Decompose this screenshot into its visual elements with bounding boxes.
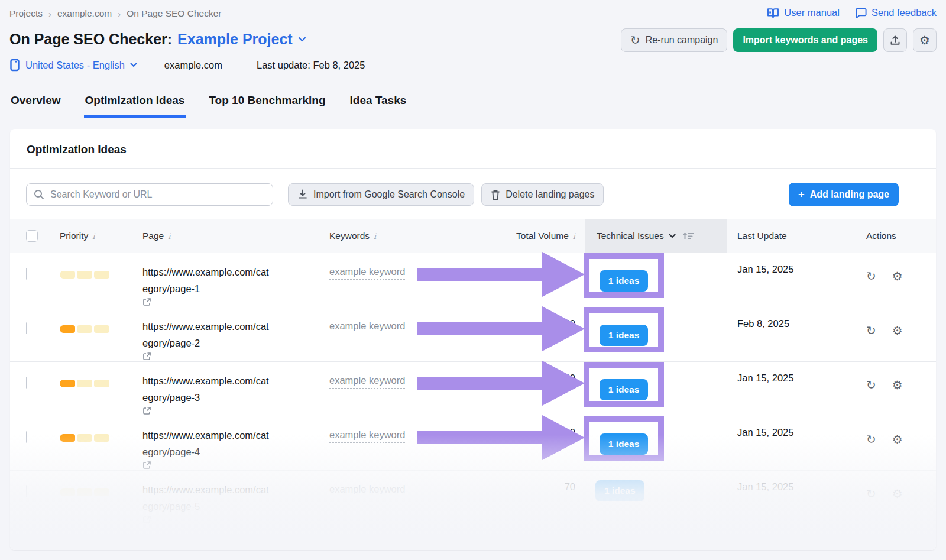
keyword-link[interactable]: example keyword	[329, 373, 405, 389]
refresh-icon[interactable]: ↻	[866, 373, 876, 391]
sort-order-icon[interactable]	[683, 232, 695, 240]
settings-button[interactable]: ⚙	[913, 28, 937, 52]
column-technical-issues[interactable]: Technical Issues	[585, 219, 727, 253]
ideas-button[interactable]: 1 ideas	[600, 270, 649, 292]
external-link-icon[interactable]	[142, 297, 315, 306]
delete-landing-pages-label: Delete landing pages	[506, 189, 594, 200]
search-icon	[34, 189, 44, 200]
gear-icon: ⚙	[919, 34, 930, 46]
column-total-volume[interactable]: Total Volumei	[478, 219, 585, 253]
row-checkbox[interactable]	[26, 322, 27, 334]
main-tabs: Overview Optimization Ideas Top 10 Bench…	[0, 89, 946, 118]
locale-selector[interactable]: United States - English	[9, 59, 137, 72]
keyword-link[interactable]: example keyword	[329, 318, 405, 334]
keyword-link[interactable]: example keyword	[329, 264, 405, 280]
gear-icon[interactable]: ⚙	[892, 427, 903, 445]
breadcrumb-separator: ›	[118, 9, 121, 19]
search-box[interactable]	[26, 183, 273, 206]
ideas-button[interactable]: 1 ideas	[600, 325, 649, 346]
table-row: https://www.example.com/category/page-2 …	[10, 307, 936, 361]
gear-icon[interactable]: ⚙	[892, 264, 903, 282]
gear-icon[interactable]: ⚙	[892, 318, 903, 336]
refresh-icon[interactable]: ↻	[866, 427, 876, 445]
tab-idea-tasks[interactable]: Idea Tasks	[349, 89, 408, 118]
row-checkbox[interactable]	[26, 268, 27, 280]
delete-landing-pages-button[interactable]: Delete landing pages	[481, 183, 604, 206]
user-manual-label: User manual	[784, 7, 840, 18]
breadcrumb-domain[interactable]: example.com	[57, 8, 112, 19]
chevron-down-icon[interactable]	[669, 234, 676, 238]
project-selector[interactable]: Example Project	[177, 31, 293, 48]
refresh-icon[interactable]: ↻	[866, 481, 876, 500]
import-gsc-button[interactable]: Import from Google Search Console	[288, 183, 474, 206]
breadcrumb-projects[interactable]: Projects	[9, 8, 43, 19]
ideas-button[interactable]: 1 ideas	[600, 433, 649, 455]
tab-overview[interactable]: Overview	[9, 89, 62, 118]
rerun-campaign-button[interactable]: ↻ Re-run campaign	[621, 28, 728, 52]
select-all-checkbox[interactable]	[26, 230, 38, 242]
table-row: https://www.example.com/category/page-4 …	[10, 416, 936, 470]
keyword-link[interactable]: example keyword	[329, 427, 405, 443]
priority-bar	[60, 318, 142, 333]
chat-icon	[855, 8, 867, 18]
column-priority[interactable]: Priorityi	[60, 219, 142, 253]
row-checkbox[interactable]	[26, 485, 27, 497]
upload-icon	[889, 34, 901, 46]
info-icon[interactable]: i	[92, 232, 95, 241]
search-input[interactable]	[50, 189, 265, 200]
column-keywords[interactable]: Keywordsi	[329, 219, 478, 253]
page-url[interactable]: https://www.example.com/category/page-2	[142, 318, 315, 361]
keyword-link[interactable]: example keyword	[329, 481, 405, 497]
send-feedback-link[interactable]: Send feedback	[855, 7, 937, 18]
gear-icon[interactable]: ⚙	[892, 373, 903, 391]
total-volume	[478, 253, 585, 307]
tab-optimization-ideas[interactable]: Optimization Ideas	[84, 89, 186, 118]
chevron-down-icon	[130, 63, 137, 67]
panel-title: Optimization Ideas	[10, 129, 936, 169]
page-url[interactable]: https://www.example.com/category/page-1	[142, 264, 315, 306]
page-url[interactable]: https://www.example.com/category/page-3	[142, 373, 315, 415]
user-manual-link[interactable]: User manual	[767, 7, 840, 18]
last-update-value: Jan 15, 2025	[727, 362, 845, 416]
page-url[interactable]: https://www.example.com/category/page-5	[142, 481, 315, 524]
refresh-icon: ↻	[630, 34, 640, 46]
annotation-frame: 1 ideas	[584, 416, 664, 461]
external-link-icon[interactable]	[142, 461, 315, 470]
priority-bar	[60, 264, 142, 279]
annotation-frame: 1 ideas	[584, 253, 664, 298]
add-landing-page-label: Add landing page	[810, 189, 889, 200]
external-link-icon[interactable]	[142, 352, 315, 361]
row-checkbox[interactable]	[26, 431, 27, 443]
import-keywords-button[interactable]: Import keywords and pages	[733, 28, 877, 52]
tab-top10-benchmarking[interactable]: Top 10 Benchmarking	[208, 89, 326, 118]
total-volume: 70	[478, 471, 585, 525]
column-page[interactable]: Pagei	[142, 219, 329, 253]
import-keywords-label: Import keywords and pages	[743, 35, 868, 46]
priority-bar	[60, 427, 142, 442]
add-landing-page-button[interactable]: + Add landing page	[789, 183, 899, 206]
row-checkbox[interactable]	[26, 377, 27, 389]
info-icon[interactable]: i	[573, 232, 575, 241]
table-row: https://www.example.com/category/page-3 …	[10, 361, 936, 416]
chevron-down-icon[interactable]	[298, 37, 306, 42]
refresh-icon[interactable]: ↻	[866, 264, 876, 282]
column-last-update[interactable]: Last Update	[727, 219, 845, 253]
gear-icon[interactable]: ⚙	[892, 481, 903, 500]
last-update-value: Jan 15, 2025	[727, 253, 845, 307]
ideas-button[interactable]: 1 ideas	[595, 480, 644, 501]
refresh-icon[interactable]: ↻	[866, 318, 876, 336]
locale-label: United States - English	[25, 60, 125, 71]
breadcrumb-separator: ›	[48, 9, 51, 19]
last-update-value: Feb 8, 2025	[727, 307, 845, 361]
rerun-campaign-label: Re-run campaign	[646, 35, 718, 46]
info-icon[interactable]: i	[168, 232, 170, 241]
external-link-icon[interactable]	[142, 406, 315, 415]
ideas-button[interactable]: 1 ideas	[600, 379, 649, 400]
external-link-icon[interactable]	[142, 515, 315, 524]
annotation-frame: 1 ideas	[584, 307, 664, 352]
page-url[interactable]: https://www.example.com/category/page-4	[142, 427, 315, 470]
column-actions: Actions	[845, 219, 936, 253]
info-icon[interactable]: i	[374, 232, 376, 241]
export-button[interactable]	[883, 28, 907, 52]
total-volume: 20	[478, 416, 585, 470]
